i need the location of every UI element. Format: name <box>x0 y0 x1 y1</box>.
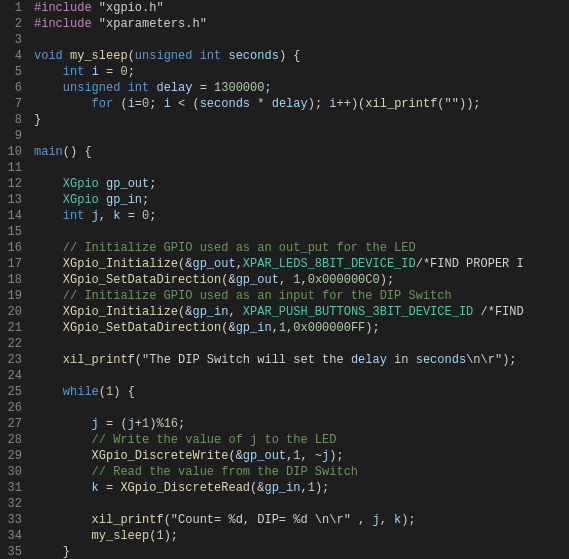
code-line: 2#include "xparameters.h" <box>0 16 569 32</box>
line-number: 10 <box>0 144 30 160</box>
line-content[interactable]: #include "xparameters.h" <box>30 16 569 32</box>
line-number: 31 <box>0 480 30 496</box>
code-line: 14 int j, k = 0; <box>0 208 569 224</box>
code-line: 16 // Initialize GPIO used as an out_put… <box>0 240 569 256</box>
line-content[interactable] <box>30 496 569 512</box>
code-line: 3 <box>0 32 569 48</box>
line-number: 1 <box>0 0 30 16</box>
code-line: 4void my_sleep(unsigned int seconds) { <box>0 48 569 64</box>
line-number: 20 <box>0 304 30 320</box>
line-content[interactable]: XGpio_Initialize(&gp_out,XPAR_LEDS_8BIT_… <box>30 256 569 272</box>
code-line: 10main() { <box>0 144 569 160</box>
line-content[interactable] <box>30 368 569 384</box>
line-number: 11 <box>0 160 30 176</box>
line-number: 2 <box>0 16 30 32</box>
line-number: 18 <box>0 272 30 288</box>
line-number: 26 <box>0 400 30 416</box>
line-content[interactable] <box>30 128 569 144</box>
line-content[interactable]: int j, k = 0; <box>30 208 569 224</box>
code-line: 29 XGpio_DiscreteWrite(&gp_out,1, ~j); <box>0 448 569 464</box>
line-content[interactable]: j = (j+1)%16; <box>30 416 569 432</box>
line-number: 7 <box>0 96 30 112</box>
line-number: 9 <box>0 128 30 144</box>
code-line: 32 <box>0 496 569 512</box>
line-content[interactable]: void my_sleep(unsigned int seconds) { <box>30 48 569 64</box>
code-line: 24 <box>0 368 569 384</box>
code-line: 17 XGpio_Initialize(&gp_out,XPAR_LEDS_8B… <box>0 256 569 272</box>
line-content[interactable]: #include "xgpio.h" <box>30 0 569 16</box>
line-content[interactable]: // Write the value of j to the LED <box>30 432 569 448</box>
code-line: 9 <box>0 128 569 144</box>
line-content[interactable] <box>30 224 569 240</box>
code-editor: 1#include "xgpio.h"2#include "xparameter… <box>0 0 569 559</box>
line-number: 34 <box>0 528 30 544</box>
line-content[interactable]: XGpio gp_in; <box>30 192 569 208</box>
code-line: 26 <box>0 400 569 416</box>
line-number: 3 <box>0 32 30 48</box>
line-number: 24 <box>0 368 30 384</box>
line-content[interactable]: while(1) { <box>30 384 569 400</box>
code-line: 1#include "xgpio.h" <box>0 0 569 16</box>
code-line: 34 my_sleep(1); <box>0 528 569 544</box>
line-content[interactable]: XGpio_Initialize(&gp_in, XPAR_PUSH_BUTTO… <box>30 304 569 320</box>
line-number: 16 <box>0 240 30 256</box>
code-line: 8} <box>0 112 569 128</box>
code-line: 33 xil_printf("Count= %d, DIP= %d \n\r" … <box>0 512 569 528</box>
line-content[interactable]: XGpio_DiscreteWrite(&gp_out,1, ~j); <box>30 448 569 464</box>
line-number: 19 <box>0 288 30 304</box>
line-content[interactable]: // Initialize GPIO used as an input for … <box>30 288 569 304</box>
line-content[interactable] <box>30 32 569 48</box>
code-line: 6 unsigned int delay = 1300000; <box>0 80 569 96</box>
code-line: 15 <box>0 224 569 240</box>
line-number: 5 <box>0 64 30 80</box>
code-line: 27 j = (j+1)%16; <box>0 416 569 432</box>
line-content[interactable] <box>30 400 569 416</box>
line-content[interactable]: } <box>30 544 569 559</box>
line-content[interactable] <box>30 160 569 176</box>
line-content[interactable]: // Read the value from the DIP Switch <box>30 464 569 480</box>
line-number: 33 <box>0 512 30 528</box>
line-content[interactable]: // Initialize GPIO used as an out_put fo… <box>30 240 569 256</box>
line-number: 30 <box>0 464 30 480</box>
code-line: 12 XGpio gp_out; <box>0 176 569 192</box>
line-content[interactable]: k = XGpio_DiscreteRead(&gp_in,1); <box>30 480 569 496</box>
line-number: 14 <box>0 208 30 224</box>
line-content[interactable]: XGpio_SetDataDirection(&gp_in,1,0x000000… <box>30 320 569 336</box>
line-content[interactable]: XGpio_SetDataDirection(&gp_out, 1,0x0000… <box>30 272 569 288</box>
line-number: 15 <box>0 224 30 240</box>
line-content[interactable]: main() { <box>30 144 569 160</box>
line-number: 12 <box>0 176 30 192</box>
line-content[interactable]: my_sleep(1); <box>30 528 569 544</box>
line-content[interactable]: unsigned int delay = 1300000; <box>30 80 569 96</box>
code-line: 20 XGpio_Initialize(&gp_in, XPAR_PUSH_BU… <box>0 304 569 320</box>
line-content[interactable]: xil_printf("Count= %d, DIP= %d \n\r" , j… <box>30 512 569 528</box>
line-number: 8 <box>0 112 30 128</box>
line-number: 22 <box>0 336 30 352</box>
line-content[interactable]: xil_printf("The DIP Switch will set the … <box>30 352 569 368</box>
line-content[interactable]: } <box>30 112 569 128</box>
code-line: 21 XGpio_SetDataDirection(&gp_in,1,0x000… <box>0 320 569 336</box>
code-line: 25 while(1) { <box>0 384 569 400</box>
line-number: 29 <box>0 448 30 464</box>
code-line: 13 XGpio gp_in; <box>0 192 569 208</box>
line-number: 21 <box>0 320 30 336</box>
line-number: 4 <box>0 48 30 64</box>
line-number: 17 <box>0 256 30 272</box>
code-line: 5 int i = 0; <box>0 64 569 80</box>
code-line: 19 // Initialize GPIO used as an input f… <box>0 288 569 304</box>
line-number: 28 <box>0 432 30 448</box>
line-content[interactable] <box>30 336 569 352</box>
line-number: 6 <box>0 80 30 96</box>
line-content[interactable]: XGpio gp_out; <box>30 176 569 192</box>
code-table: 1#include "xgpio.h"2#include "xparameter… <box>0 0 569 559</box>
line-number: 27 <box>0 416 30 432</box>
code-line: 28 // Write the value of j to the LED <box>0 432 569 448</box>
line-number: 25 <box>0 384 30 400</box>
line-content[interactable]: int i = 0; <box>30 64 569 80</box>
line-content[interactable]: for (i=0; i < (seconds * delay); i++)(xi… <box>30 96 569 112</box>
code-line: 7 for (i=0; i < (seconds * delay); i++)(… <box>0 96 569 112</box>
code-line: 22 <box>0 336 569 352</box>
code-line: 30 // Read the value from the DIP Switch <box>0 464 569 480</box>
code-line: 23 xil_printf("The DIP Switch will set t… <box>0 352 569 368</box>
line-number: 23 <box>0 352 30 368</box>
